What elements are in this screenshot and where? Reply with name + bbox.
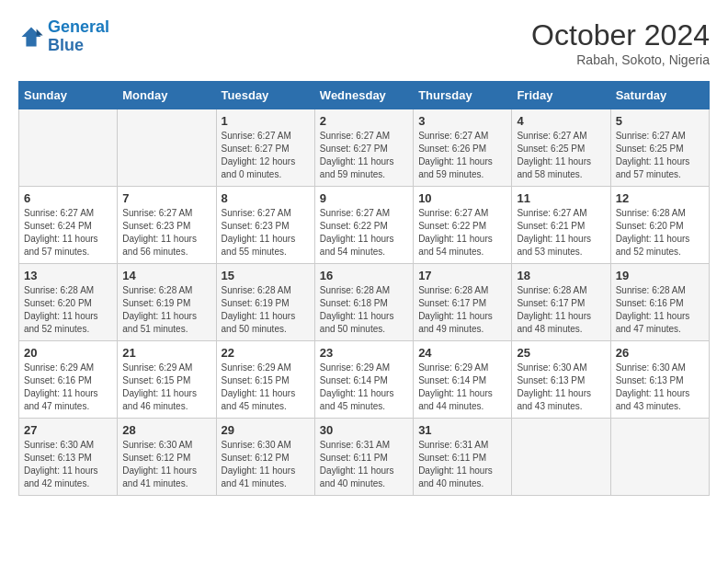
calendar-day-cell: 19Sunrise: 6:28 AM Sunset: 6:16 PM Dayli… — [610, 264, 709, 341]
day-number: 17 — [418, 269, 506, 282]
calendar-day-cell: 9Sunrise: 6:27 AM Sunset: 6:22 PM Daylig… — [314, 187, 413, 264]
calendar-day-cell: 12Sunrise: 6:28 AM Sunset: 6:20 PM Dayli… — [610, 187, 709, 264]
day-number: 10 — [418, 191, 506, 205]
day-number: 4 — [517, 114, 605, 128]
day-number: 12 — [616, 191, 704, 205]
day-info: Sunrise: 6:27 AM Sunset: 6:27 PM Dayligh… — [222, 130, 310, 181]
weekday-header-cell: Wednesday — [314, 82, 413, 109]
calendar-day-cell: 11Sunrise: 6:27 AM Sunset: 6:21 PM Dayli… — [512, 187, 610, 264]
day-info: Sunrise: 6:28 AM Sunset: 6:16 PM Dayligh… — [616, 284, 704, 336]
day-number: 25 — [517, 346, 605, 360]
day-number: 27 — [24, 423, 112, 437]
calendar-day-cell: 10Sunrise: 6:27 AM Sunset: 6:22 PM Dayli… — [414, 187, 512, 264]
weekday-header-cell: Sunday — [19, 82, 118, 109]
day-info: Sunrise: 6:28 AM Sunset: 6:20 PM Dayligh… — [24, 284, 112, 336]
calendar-table: SundayMondayTuesdayWednesdayThursdayFrid… — [18, 81, 710, 496]
day-info: Sunrise: 6:27 AM Sunset: 6:23 PM Dayligh… — [222, 207, 310, 259]
weekday-header-cell: Saturday — [610, 82, 709, 109]
calendar-day-cell: 25Sunrise: 6:30 AM Sunset: 6:13 PM Dayli… — [512, 341, 610, 419]
logo-text: General Blue — [48, 18, 109, 55]
calendar-week-row: 1Sunrise: 6:27 AM Sunset: 6:27 PM Daylig… — [19, 109, 710, 187]
calendar-day-cell: 29Sunrise: 6:30 AM Sunset: 6:12 PM Dayli… — [216, 419, 314, 496]
day-number: 16 — [320, 269, 408, 282]
day-info: Sunrise: 6:27 AM Sunset: 6:22 PM Dayligh… — [418, 207, 506, 259]
weekday-header-cell: Thursday — [414, 82, 512, 109]
day-info: Sunrise: 6:27 AM Sunset: 6:22 PM Dayligh… — [320, 207, 408, 259]
day-info: Sunrise: 6:29 AM Sunset: 6:14 PM Dayligh… — [418, 362, 506, 413]
day-number: 15 — [222, 269, 310, 282]
day-number: 28 — [122, 423, 210, 437]
svg-marker-1 — [22, 27, 41, 46]
day-number: 29 — [222, 423, 310, 437]
calendar-day-cell: 23Sunrise: 6:29 AM Sunset: 6:14 PM Dayli… — [314, 341, 413, 419]
logo-icon — [18, 24, 44, 50]
day-number: 14 — [122, 269, 210, 282]
day-number: 11 — [517, 191, 605, 205]
day-info: Sunrise: 6:27 AM Sunset: 6:25 PM Dayligh… — [517, 130, 605, 181]
day-number: 19 — [616, 269, 704, 282]
calendar-day-cell: 30Sunrise: 6:31 AM Sunset: 6:11 PM Dayli… — [314, 419, 413, 496]
day-number: 21 — [122, 346, 210, 360]
day-number: 31 — [418, 423, 506, 437]
day-info: Sunrise: 6:28 AM Sunset: 6:19 PM Dayligh… — [122, 284, 210, 336]
calendar-day-cell: 15Sunrise: 6:28 AM Sunset: 6:19 PM Dayli… — [216, 264, 314, 341]
day-info: Sunrise: 6:28 AM Sunset: 6:17 PM Dayligh… — [418, 284, 506, 336]
day-number: 18 — [517, 269, 605, 282]
day-info: Sunrise: 6:28 AM Sunset: 6:20 PM Dayligh… — [616, 207, 704, 259]
day-info: Sunrise: 6:31 AM Sunset: 6:11 PM Dayligh… — [418, 439, 506, 490]
day-number: 3 — [418, 114, 506, 128]
calendar-week-row: 27Sunrise: 6:30 AM Sunset: 6:13 PM Dayli… — [19, 419, 710, 496]
day-info: Sunrise: 6:30 AM Sunset: 6:13 PM Dayligh… — [616, 362, 704, 413]
day-number: 24 — [418, 346, 506, 360]
calendar-day-cell: 26Sunrise: 6:30 AM Sunset: 6:13 PM Dayli… — [610, 341, 709, 419]
day-info: Sunrise: 6:27 AM Sunset: 6:27 PM Dayligh… — [320, 130, 408, 181]
calendar-day-cell — [610, 419, 709, 496]
svg-marker-2 — [37, 29, 43, 35]
location-subtitle: Rabah, Sokoto, Nigeria — [531, 52, 710, 67]
day-number: 22 — [222, 346, 310, 360]
day-info: Sunrise: 6:27 AM Sunset: 6:24 PM Dayligh… — [24, 207, 112, 259]
calendar-day-cell: 13Sunrise: 6:28 AM Sunset: 6:20 PM Dayli… — [19, 264, 118, 341]
calendar-day-cell: 1Sunrise: 6:27 AM Sunset: 6:27 PM Daylig… — [216, 109, 314, 187]
calendar-day-cell: 4Sunrise: 6:27 AM Sunset: 6:25 PM Daylig… — [512, 109, 610, 187]
weekday-header-cell: Tuesday — [216, 82, 314, 109]
day-number: 30 — [320, 423, 408, 437]
calendar-day-cell: 24Sunrise: 6:29 AM Sunset: 6:14 PM Dayli… — [414, 341, 512, 419]
calendar-day-cell: 8Sunrise: 6:27 AM Sunset: 6:23 PM Daylig… — [216, 187, 314, 264]
calendar-day-cell: 5Sunrise: 6:27 AM Sunset: 6:25 PM Daylig… — [610, 109, 709, 187]
day-info: Sunrise: 6:28 AM Sunset: 6:17 PM Dayligh… — [517, 284, 605, 336]
day-info: Sunrise: 6:29 AM Sunset: 6:14 PM Dayligh… — [320, 362, 408, 413]
calendar-day-cell: 16Sunrise: 6:28 AM Sunset: 6:18 PM Dayli… — [314, 264, 413, 341]
calendar-week-row: 13Sunrise: 6:28 AM Sunset: 6:20 PM Dayli… — [19, 264, 710, 341]
day-info: Sunrise: 6:29 AM Sunset: 6:15 PM Dayligh… — [222, 362, 310, 413]
month-title: October 2024 — [531, 18, 710, 52]
day-info: Sunrise: 6:30 AM Sunset: 6:12 PM Dayligh… — [122, 439, 210, 490]
day-info: Sunrise: 6:27 AM Sunset: 6:25 PM Dayligh… — [616, 130, 704, 181]
day-info: Sunrise: 6:29 AM Sunset: 6:16 PM Dayligh… — [24, 362, 112, 413]
calendar-header-row: SundayMondayTuesdayWednesdayThursdayFrid… — [19, 82, 710, 109]
day-number: 5 — [616, 114, 704, 128]
day-info: Sunrise: 6:27 AM Sunset: 6:21 PM Dayligh… — [517, 207, 605, 259]
day-number: 6 — [24, 191, 112, 205]
calendar-week-row: 20Sunrise: 6:29 AM Sunset: 6:16 PM Dayli… — [19, 341, 710, 419]
day-info: Sunrise: 6:28 AM Sunset: 6:19 PM Dayligh… — [222, 284, 310, 336]
calendar-day-cell: 6Sunrise: 6:27 AM Sunset: 6:24 PM Daylig… — [19, 187, 118, 264]
calendar-day-cell: 28Sunrise: 6:30 AM Sunset: 6:12 PM Dayli… — [118, 419, 216, 496]
day-number: 9 — [320, 191, 408, 205]
page-header: General Blue October 2024 Rabah, Sokoto,… — [18, 18, 710, 67]
day-info: Sunrise: 6:28 AM Sunset: 6:18 PM Dayligh… — [320, 284, 408, 336]
calendar-day-cell: 2Sunrise: 6:27 AM Sunset: 6:27 PM Daylig… — [314, 109, 413, 187]
calendar-day-cell: 3Sunrise: 6:27 AM Sunset: 6:26 PM Daylig… — [414, 109, 512, 187]
day-info: Sunrise: 6:31 AM Sunset: 6:11 PM Dayligh… — [320, 439, 408, 490]
calendar-day-cell: 27Sunrise: 6:30 AM Sunset: 6:13 PM Dayli… — [19, 419, 118, 496]
weekday-header-cell: Friday — [512, 82, 610, 109]
calendar-day-cell: 18Sunrise: 6:28 AM Sunset: 6:17 PM Dayli… — [512, 264, 610, 341]
calendar-day-cell: 17Sunrise: 6:28 AM Sunset: 6:17 PM Dayli… — [414, 264, 512, 341]
title-block: October 2024 Rabah, Sokoto, Nigeria — [531, 18, 710, 67]
calendar-day-cell — [19, 109, 118, 187]
calendar-body: 1Sunrise: 6:27 AM Sunset: 6:27 PM Daylig… — [19, 109, 710, 496]
day-info: Sunrise: 6:27 AM Sunset: 6:26 PM Dayligh… — [418, 130, 506, 181]
day-info: Sunrise: 6:30 AM Sunset: 6:12 PM Dayligh… — [222, 439, 310, 490]
day-info: Sunrise: 6:30 AM Sunset: 6:13 PM Dayligh… — [24, 439, 112, 490]
calendar-week-row: 6Sunrise: 6:27 AM Sunset: 6:24 PM Daylig… — [19, 187, 710, 264]
